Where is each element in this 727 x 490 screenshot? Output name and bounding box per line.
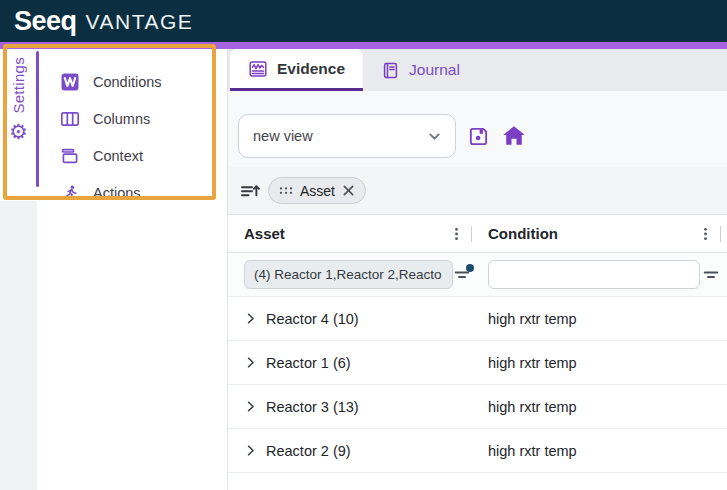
chevron-down-icon (426, 128, 443, 145)
view-selector[interactable]: new view (238, 114, 456, 158)
group-sort-icon[interactable] (239, 181, 261, 201)
row-condition-label: high rxtr temp (488, 443, 577, 459)
row-condition-label: high rxtr temp (488, 311, 577, 327)
chevron-right-icon[interactable] (244, 312, 257, 325)
row-asset-label: Reactor 1 (6) (266, 355, 351, 371)
condition-filter-button[interactable] (702, 266, 720, 284)
column-header-condition: Condition (478, 225, 727, 242)
asset-chip[interactable]: Asset (268, 177, 366, 204)
table-empty-space (228, 473, 727, 490)
tab-evidence[interactable]: Evidence (230, 49, 363, 91)
seeq-logo: Seeq (14, 6, 77, 37)
columns-icon (60, 109, 80, 129)
menu-item-conditions[interactable]: Conditions (37, 63, 227, 100)
brand-accent-strip (0, 42, 727, 49)
settings-panel: Settings ⚙ Conditions (0, 49, 228, 490)
condition-filter-input[interactable] (488, 260, 700, 289)
menu-item-context[interactable]: Context (37, 137, 227, 174)
journal-icon (381, 61, 400, 80)
seeq-vantage-app: Seeq VANTAGE Settings ⚙ (0, 0, 727, 490)
table-row[interactable]: Reactor 2 (9) high rxtr temp (228, 429, 727, 473)
row-condition-label: high rxtr temp (488, 399, 577, 415)
settings-rail-label: Settings (10, 57, 27, 114)
save-icon (467, 125, 490, 148)
settings-divider (36, 51, 39, 187)
asset-filter-button[interactable] (453, 266, 471, 284)
chevron-right-icon[interactable] (244, 356, 257, 369)
tab-evidence-label: Evidence (277, 60, 345, 78)
menu-item-label: Conditions (93, 74, 162, 90)
menu-item-label: Actions (93, 185, 141, 201)
settings-rail[interactable]: Settings ⚙ (0, 49, 37, 490)
menu-item-label: Context (93, 148, 143, 164)
kebab-menu-icon[interactable] (449, 226, 464, 242)
tab-journal-label: Journal (409, 61, 460, 79)
menu-item-actions[interactable]: Actions (37, 174, 227, 211)
save-button[interactable] (467, 125, 490, 148)
filter-row: (4) Reactor 1,Reactor 2,Reacto (228, 253, 727, 297)
header-row: Asset Condition (228, 215, 727, 253)
vantage-wordmark: VANTAGE (86, 8, 194, 34)
conditions-icon (60, 72, 80, 92)
group-bar: Asset (228, 167, 727, 215)
table-row[interactable]: Reactor 4 (10) high rxtr temp (228, 297, 727, 341)
evidence-table: Asset Condition (228, 215, 727, 490)
chevron-right-icon[interactable] (244, 400, 257, 413)
gear-icon: ⚙ (9, 121, 28, 142)
actions-icon (60, 183, 80, 203)
tab-journal[interactable]: Journal (363, 49, 478, 91)
column-separator (471, 226, 472, 242)
menu-item-label: Columns (93, 111, 150, 127)
tabbar: Evidence Journal (228, 49, 727, 91)
drag-handle-icon[interactable] (279, 186, 293, 195)
rail-lower-background (0, 201, 37, 490)
column-header-asset: Asset (228, 225, 478, 242)
table-row[interactable]: Reactor 3 (13) high rxtr temp (228, 385, 727, 429)
column-separator (720, 226, 721, 242)
home-icon (501, 123, 527, 149)
close-icon[interactable] (342, 184, 355, 197)
row-condition-label: high rxtr temp (488, 355, 577, 371)
settings-menu: Conditions Columns (37, 49, 227, 490)
app-body: Settings ⚙ Conditions (0, 49, 727, 490)
view-selector-value: new view (253, 128, 313, 144)
top-header: Seeq VANTAGE (0, 0, 727, 42)
asset-chip-label: Asset (300, 183, 335, 199)
context-icon (60, 146, 80, 166)
home-button[interactable] (501, 123, 527, 149)
table-row[interactable]: Reactor 1 (6) high rxtr temp (228, 341, 727, 385)
row-asset-label: Reactor 4 (10) (266, 311, 359, 327)
view-toolbar: new view (228, 91, 727, 167)
row-asset-label: Reactor 2 (9) (266, 443, 351, 459)
row-asset-label: Reactor 3 (13) (266, 399, 359, 415)
filter-active-dot (466, 264, 474, 272)
kebab-menu-icon[interactable] (698, 226, 713, 242)
evidence-icon (248, 59, 268, 79)
main-content: Evidence Journal (228, 49, 727, 490)
chevron-right-icon[interactable] (244, 444, 257, 457)
asset-filter-input[interactable]: (4) Reactor 1,Reactor 2,Reacto (244, 260, 453, 289)
menu-item-columns[interactable]: Columns (37, 100, 227, 137)
